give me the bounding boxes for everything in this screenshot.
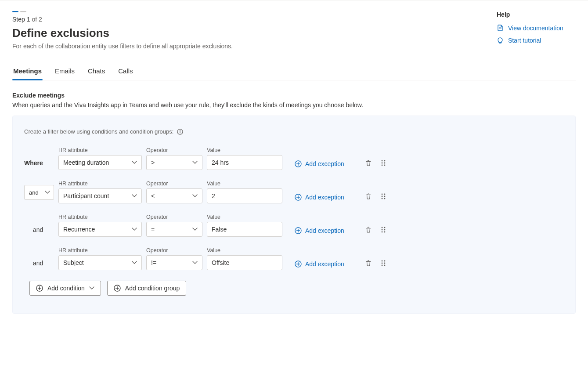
add-exception-button[interactable]: Add exception: [295, 227, 344, 237]
chevron-down-icon: [45, 191, 50, 194]
logic-label: and: [24, 260, 54, 270]
plus-circle-icon: [295, 260, 302, 268]
plus-circle-icon: [295, 227, 302, 234]
attr-label: HR attribute: [58, 214, 142, 220]
condition-row: and HR attribute Subject Operator != Val…: [24, 247, 564, 270]
divider: [355, 158, 355, 167]
tab-chats[interactable]: Chats: [87, 63, 106, 80]
lightbulb-icon: [497, 37, 504, 44]
attribute-select[interactable]: Recurrence: [58, 222, 142, 237]
attribute-value: Meeting duration: [63, 159, 109, 166]
val-label: Value: [207, 147, 282, 153]
delete-button[interactable]: [363, 258, 374, 268]
op-label: Operator: [146, 181, 202, 187]
drag-handle[interactable]: [378, 191, 389, 202]
divider: [355, 191, 355, 201]
entity-tabs: Meetings Emails Chats Calls: [12, 63, 576, 80]
add-condition-label: Add condition: [47, 285, 85, 292]
view-documentation-label: View documentation: [508, 25, 563, 32]
val-label: Value: [207, 214, 282, 220]
drag-handle[interactable]: [378, 258, 389, 268]
operator-select[interactable]: >: [146, 155, 202, 170]
add-exception-button[interactable]: Add exception: [295, 260, 344, 270]
step-total: of 2: [32, 16, 42, 23]
op-label: Operator: [146, 214, 202, 220]
step-current: Step 1: [12, 16, 30, 23]
attribute-select[interactable]: Meeting duration: [58, 155, 142, 170]
view-documentation-link[interactable]: View documentation: [497, 24, 576, 32]
operator-select[interactable]: <: [146, 188, 202, 203]
chevron-down-icon: [192, 161, 198, 164]
value-input[interactable]: 24 hrs: [207, 155, 282, 170]
attr-label: HR attribute: [58, 147, 142, 153]
chevron-down-icon: [132, 194, 137, 198]
attribute-select[interactable]: Subject: [58, 255, 142, 270]
operator-value: !=: [151, 259, 156, 266]
attr-label: HR attribute: [58, 181, 142, 187]
operator-select[interactable]: !=: [146, 255, 202, 270]
value-input[interactable]: Offsite: [207, 255, 282, 270]
plus-circle-icon: [36, 285, 43, 292]
condition-row: and HR attribute Recurrence Operator = V…: [24, 214, 564, 237]
operator-value: <: [151, 192, 155, 199]
plus-circle-icon: [295, 160, 302, 167]
filter-panel: Create a filter below using conditions a…: [12, 116, 576, 314]
condition-row: and HR attribute Participant count Opera…: [24, 181, 564, 203]
chevron-down-icon: [192, 194, 198, 198]
value-input[interactable]: 2: [207, 188, 282, 203]
add-exception-label: Add exception: [305, 260, 344, 268]
drag-handle[interactable]: [378, 224, 389, 235]
chevron-down-icon: [192, 228, 198, 231]
condition-row: Where HR attribute Meeting duration Oper…: [24, 147, 564, 170]
chevron-down-icon: [132, 228, 137, 231]
add-exception-button[interactable]: Add exception: [295, 194, 344, 203]
document-icon: [497, 24, 504, 32]
logic-select[interactable]: and: [24, 185, 54, 200]
value-text: 2: [212, 192, 215, 199]
delete-button[interactable]: [363, 158, 374, 168]
add-exception-button[interactable]: Add exception: [295, 160, 344, 170]
drag-handle[interactable]: [378, 158, 389, 168]
chevron-down-icon: [89, 286, 94, 290]
tab-emails[interactable]: Emails: [54, 63, 76, 80]
section-description: When queries and the Viva Insights app i…: [12, 101, 576, 109]
chevron-down-icon: [192, 261, 198, 264]
add-condition-group-label: Add condition group: [125, 285, 180, 292]
add-condition-group-button[interactable]: Add condition group: [107, 281, 187, 296]
val-label: Value: [207, 247, 282, 253]
operator-select[interactable]: =: [146, 222, 202, 237]
step-label: Step 1 of 2: [12, 16, 233, 23]
attr-label: HR attribute: [58, 247, 142, 253]
chevron-down-icon: [132, 161, 137, 164]
chevron-down-icon: [132, 261, 137, 264]
value-text: False: [212, 226, 227, 233]
filter-hint: Create a filter below using conditions a…: [24, 128, 173, 135]
page-description: For each of the collaboration entity use…: [12, 43, 233, 50]
tab-meetings[interactable]: Meetings: [12, 63, 43, 80]
attribute-value: Participant count: [63, 192, 109, 199]
page-title: Define exclusions: [12, 26, 233, 40]
start-tutorial-link[interactable]: Start tutorial: [497, 37, 576, 44]
delete-button[interactable]: [363, 191, 374, 202]
value-text: Offsite: [212, 259, 229, 266]
add-exception-label: Add exception: [305, 227, 344, 234]
divider: [355, 258, 355, 268]
value-text: 24 hrs: [212, 159, 229, 166]
where-label: Where: [24, 159, 54, 170]
start-tutorial-label: Start tutorial: [508, 37, 541, 44]
attribute-value: Recurrence: [63, 226, 95, 233]
add-exception-label: Add exception: [305, 160, 344, 167]
delete-button[interactable]: [363, 224, 374, 235]
plus-circle-icon: [114, 285, 121, 292]
logic-value: and: [29, 189, 39, 196]
attribute-select[interactable]: Participant count: [58, 188, 142, 203]
info-icon[interactable]: [177, 129, 183, 135]
operator-value: >: [151, 159, 155, 166]
value-input[interactable]: False: [207, 222, 282, 237]
add-condition-button[interactable]: Add condition: [29, 281, 101, 296]
tab-calls[interactable]: Calls: [117, 63, 133, 80]
divider: [355, 224, 355, 234]
add-exception-label: Add exception: [305, 194, 344, 201]
section-title: Exclude meetings: [12, 92, 576, 99]
step-progress: [12, 11, 233, 12]
